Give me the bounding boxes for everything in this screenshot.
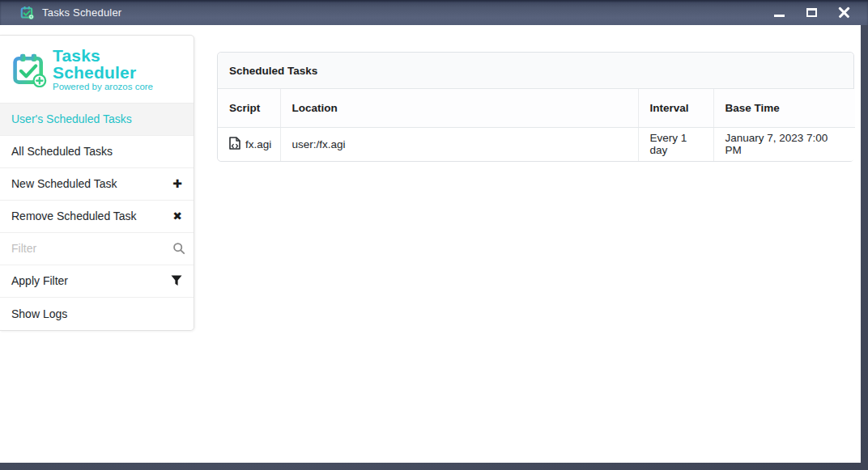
filter-icon	[171, 275, 182, 286]
window-controls	[763, 2, 860, 23]
sidebar-item-label: Remove Scheduled Task	[11, 210, 137, 222]
remove-icon: ✖	[172, 210, 182, 222]
plus-icon: ✚	[172, 177, 182, 190]
logo-subtitle: Powered by arozos core	[53, 83, 184, 92]
sidebar-item-new-scheduled-task[interactable]: New Scheduled Task ✚	[0, 168, 194, 201]
file-code-icon	[229, 137, 240, 152]
minimize-button[interactable]	[763, 2, 795, 23]
sidebar-item-remove-scheduled-task[interactable]: Remove Scheduled Task ✖	[0, 201, 194, 233]
sidebar-item-label: All Scheduled Tasks	[11, 145, 113, 158]
sidebar-item-show-logs[interactable]: Show Logs	[0, 298, 194, 330]
panel-title: Scheduled Tasks	[218, 53, 853, 89]
script-name: fx.agi	[245, 138, 271, 150]
minimize-icon	[774, 15, 785, 17]
window-titlebar[interactable]: Tasks Scheduler	[0, 0, 868, 25]
task-row[interactable]: fx.agi user:/fx.agi Every 1 day January …	[218, 127, 855, 161]
sidebar-item-apply-filter[interactable]: Apply Filter	[0, 265, 194, 298]
search-icon	[172, 242, 185, 255]
sidebar-item-label: New Scheduled Task	[11, 177, 117, 190]
scheduled-tasks-panel: Scheduled Tasks Script Location Interval…	[217, 52, 854, 162]
script-cell: fx.agi	[218, 127, 280, 161]
filter-row	[0, 233, 194, 265]
calendar-check-icon	[11, 52, 47, 87]
column-header-base-time: Base Time	[713, 89, 855, 127]
sidebar: Tasks Scheduler Powered by arozos core U…	[0, 35, 194, 331]
column-header-interval: Interval	[638, 89, 713, 127]
base-time-cell: January 7, 2023 7:00 PM	[713, 127, 855, 161]
logo-text: Tasks Scheduler Powered by arozos core	[53, 47, 184, 92]
window-content: Tasks Scheduler Powered by arozos core U…	[0, 25, 861, 463]
maximize-icon	[806, 8, 817, 17]
filter-input[interactable]	[11, 242, 172, 255]
app-icon	[20, 6, 34, 19]
sidebar-item-label: User's Scheduled Tasks	[11, 112, 132, 125]
sidebar-item-users-scheduled-tasks[interactable]: User's Scheduled Tasks	[0, 104, 194, 136]
sidebar-item-all-scheduled-tasks[interactable]: All Scheduled Tasks	[0, 136, 194, 168]
interval-cell: Every 1 day	[638, 127, 713, 161]
close-button[interactable]	[828, 2, 860, 23]
window-title: Tasks Scheduler	[42, 6, 121, 19]
sidebar-item-label: Apply Filter	[11, 274, 68, 287]
scheduled-tasks-table: Script Location Interval Base Time	[218, 89, 855, 161]
logo-title: Tasks Scheduler	[53, 47, 184, 81]
maximize-button[interactable]	[795, 2, 828, 23]
location-cell: user:/fx.agi	[280, 127, 638, 161]
sidebar-item-label: Show Logs	[11, 307, 67, 320]
close-icon	[838, 6, 850, 19]
table-header-row: Script Location Interval Base Time	[218, 89, 855, 127]
app-logo: Tasks Scheduler Powered by arozos core	[0, 36, 194, 104]
column-header-script: Script	[218, 89, 280, 127]
column-header-location: Location	[280, 89, 638, 127]
